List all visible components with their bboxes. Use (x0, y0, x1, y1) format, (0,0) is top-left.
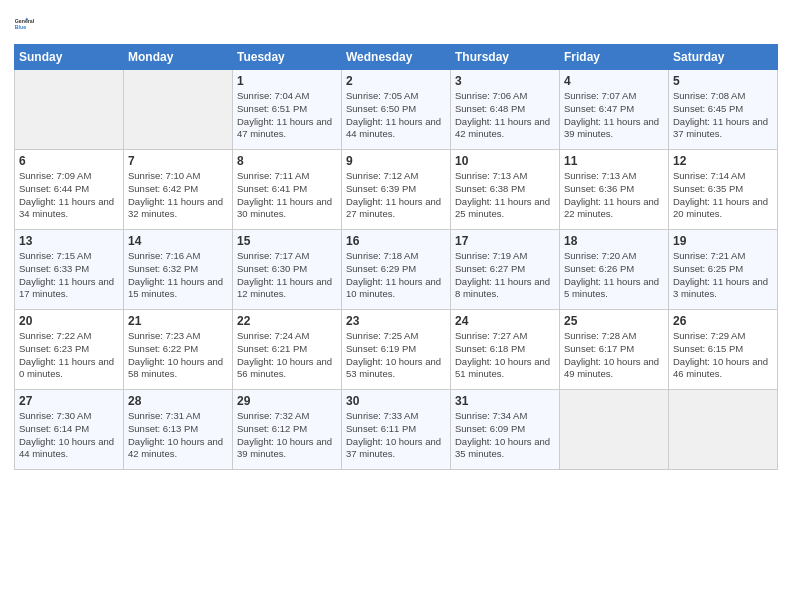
day-cell: 15Sunrise: 7:17 AM Sunset: 6:30 PM Dayli… (233, 230, 342, 310)
day-info: Sunrise: 7:04 AM Sunset: 6:51 PM Dayligh… (237, 90, 337, 141)
day-info: Sunrise: 7:33 AM Sunset: 6:11 PM Dayligh… (346, 410, 446, 461)
day-cell: 23Sunrise: 7:25 AM Sunset: 6:19 PM Dayli… (342, 310, 451, 390)
day-info: Sunrise: 7:28 AM Sunset: 6:17 PM Dayligh… (564, 330, 664, 381)
day-cell: 19Sunrise: 7:21 AM Sunset: 6:25 PM Dayli… (669, 230, 778, 310)
day-number: 11 (564, 154, 664, 168)
week-row-3: 13Sunrise: 7:15 AM Sunset: 6:33 PM Dayli… (15, 230, 778, 310)
day-number: 14 (128, 234, 228, 248)
day-cell: 17Sunrise: 7:19 AM Sunset: 6:27 PM Dayli… (451, 230, 560, 310)
day-number: 26 (673, 314, 773, 328)
day-cell: 10Sunrise: 7:13 AM Sunset: 6:38 PM Dayli… (451, 150, 560, 230)
day-info: Sunrise: 7:22 AM Sunset: 6:23 PM Dayligh… (19, 330, 119, 381)
week-row-2: 6Sunrise: 7:09 AM Sunset: 6:44 PM Daylig… (15, 150, 778, 230)
day-cell: 4Sunrise: 7:07 AM Sunset: 6:47 PM Daylig… (560, 70, 669, 150)
day-number: 8 (237, 154, 337, 168)
svg-text:General: General (15, 18, 35, 24)
day-number: 22 (237, 314, 337, 328)
day-cell (124, 70, 233, 150)
day-info: Sunrise: 7:13 AM Sunset: 6:38 PM Dayligh… (455, 170, 555, 221)
day-info: Sunrise: 7:13 AM Sunset: 6:36 PM Dayligh… (564, 170, 664, 221)
day-cell: 5Sunrise: 7:08 AM Sunset: 6:45 PM Daylig… (669, 70, 778, 150)
day-cell: 8Sunrise: 7:11 AM Sunset: 6:41 PM Daylig… (233, 150, 342, 230)
day-info: Sunrise: 7:24 AM Sunset: 6:21 PM Dayligh… (237, 330, 337, 381)
day-number: 27 (19, 394, 119, 408)
col-header-wednesday: Wednesday (342, 45, 451, 70)
day-cell: 26Sunrise: 7:29 AM Sunset: 6:15 PM Dayli… (669, 310, 778, 390)
day-number: 10 (455, 154, 555, 168)
day-info: Sunrise: 7:16 AM Sunset: 6:32 PM Dayligh… (128, 250, 228, 301)
day-info: Sunrise: 7:19 AM Sunset: 6:27 PM Dayligh… (455, 250, 555, 301)
day-cell: 14Sunrise: 7:16 AM Sunset: 6:32 PM Dayli… (124, 230, 233, 310)
day-number: 25 (564, 314, 664, 328)
day-info: Sunrise: 7:06 AM Sunset: 6:48 PM Dayligh… (455, 90, 555, 141)
day-info: Sunrise: 7:23 AM Sunset: 6:22 PM Dayligh… (128, 330, 228, 381)
day-cell: 16Sunrise: 7:18 AM Sunset: 6:29 PM Dayli… (342, 230, 451, 310)
col-header-tuesday: Tuesday (233, 45, 342, 70)
day-number: 29 (237, 394, 337, 408)
day-cell: 12Sunrise: 7:14 AM Sunset: 6:35 PM Dayli… (669, 150, 778, 230)
day-number: 4 (564, 74, 664, 88)
header-row: SundayMondayTuesdayWednesdayThursdayFrid… (15, 45, 778, 70)
day-cell: 2Sunrise: 7:05 AM Sunset: 6:50 PM Daylig… (342, 70, 451, 150)
col-header-sunday: Sunday (15, 45, 124, 70)
day-cell: 3Sunrise: 7:06 AM Sunset: 6:48 PM Daylig… (451, 70, 560, 150)
day-cell: 31Sunrise: 7:34 AM Sunset: 6:09 PM Dayli… (451, 390, 560, 470)
logo: General Blue (14, 10, 42, 38)
day-info: Sunrise: 7:32 AM Sunset: 6:12 PM Dayligh… (237, 410, 337, 461)
col-header-saturday: Saturday (669, 45, 778, 70)
day-cell: 24Sunrise: 7:27 AM Sunset: 6:18 PM Dayli… (451, 310, 560, 390)
day-cell: 22Sunrise: 7:24 AM Sunset: 6:21 PM Dayli… (233, 310, 342, 390)
day-number: 20 (19, 314, 119, 328)
week-row-5: 27Sunrise: 7:30 AM Sunset: 6:14 PM Dayli… (15, 390, 778, 470)
day-number: 17 (455, 234, 555, 248)
day-info: Sunrise: 7:30 AM Sunset: 6:14 PM Dayligh… (19, 410, 119, 461)
day-info: Sunrise: 7:27 AM Sunset: 6:18 PM Dayligh… (455, 330, 555, 381)
col-header-monday: Monday (124, 45, 233, 70)
day-number: 30 (346, 394, 446, 408)
day-number: 21 (128, 314, 228, 328)
day-cell: 9Sunrise: 7:12 AM Sunset: 6:39 PM Daylig… (342, 150, 451, 230)
day-number: 23 (346, 314, 446, 328)
day-number: 12 (673, 154, 773, 168)
day-info: Sunrise: 7:05 AM Sunset: 6:50 PM Dayligh… (346, 90, 446, 141)
day-cell: 7Sunrise: 7:10 AM Sunset: 6:42 PM Daylig… (124, 150, 233, 230)
day-info: Sunrise: 7:34 AM Sunset: 6:09 PM Dayligh… (455, 410, 555, 461)
col-header-thursday: Thursday (451, 45, 560, 70)
day-number: 24 (455, 314, 555, 328)
header: General Blue (14, 10, 778, 38)
day-number: 16 (346, 234, 446, 248)
day-number: 1 (237, 74, 337, 88)
day-number: 15 (237, 234, 337, 248)
week-row-4: 20Sunrise: 7:22 AM Sunset: 6:23 PM Dayli… (15, 310, 778, 390)
day-number: 3 (455, 74, 555, 88)
day-number: 2 (346, 74, 446, 88)
day-info: Sunrise: 7:08 AM Sunset: 6:45 PM Dayligh… (673, 90, 773, 141)
day-info: Sunrise: 7:29 AM Sunset: 6:15 PM Dayligh… (673, 330, 773, 381)
day-number: 9 (346, 154, 446, 168)
day-cell: 28Sunrise: 7:31 AM Sunset: 6:13 PM Dayli… (124, 390, 233, 470)
day-info: Sunrise: 7:31 AM Sunset: 6:13 PM Dayligh… (128, 410, 228, 461)
calendar-table: SundayMondayTuesdayWednesdayThursdayFrid… (14, 44, 778, 470)
day-info: Sunrise: 7:15 AM Sunset: 6:33 PM Dayligh… (19, 250, 119, 301)
day-info: Sunrise: 7:10 AM Sunset: 6:42 PM Dayligh… (128, 170, 228, 221)
day-number: 13 (19, 234, 119, 248)
day-info: Sunrise: 7:12 AM Sunset: 6:39 PM Dayligh… (346, 170, 446, 221)
day-cell: 27Sunrise: 7:30 AM Sunset: 6:14 PM Dayli… (15, 390, 124, 470)
day-number: 19 (673, 234, 773, 248)
day-info: Sunrise: 7:25 AM Sunset: 6:19 PM Dayligh… (346, 330, 446, 381)
day-info: Sunrise: 7:09 AM Sunset: 6:44 PM Dayligh… (19, 170, 119, 221)
svg-text:Blue: Blue (15, 24, 26, 30)
day-number: 31 (455, 394, 555, 408)
logo-icon: General Blue (14, 10, 42, 38)
day-cell: 30Sunrise: 7:33 AM Sunset: 6:11 PM Dayli… (342, 390, 451, 470)
day-number: 7 (128, 154, 228, 168)
day-info: Sunrise: 7:11 AM Sunset: 6:41 PM Dayligh… (237, 170, 337, 221)
day-cell (669, 390, 778, 470)
day-cell: 20Sunrise: 7:22 AM Sunset: 6:23 PM Dayli… (15, 310, 124, 390)
day-number: 5 (673, 74, 773, 88)
week-row-1: 1Sunrise: 7:04 AM Sunset: 6:51 PM Daylig… (15, 70, 778, 150)
day-number: 6 (19, 154, 119, 168)
day-cell: 21Sunrise: 7:23 AM Sunset: 6:22 PM Dayli… (124, 310, 233, 390)
day-info: Sunrise: 7:14 AM Sunset: 6:35 PM Dayligh… (673, 170, 773, 221)
day-cell: 18Sunrise: 7:20 AM Sunset: 6:26 PM Dayli… (560, 230, 669, 310)
